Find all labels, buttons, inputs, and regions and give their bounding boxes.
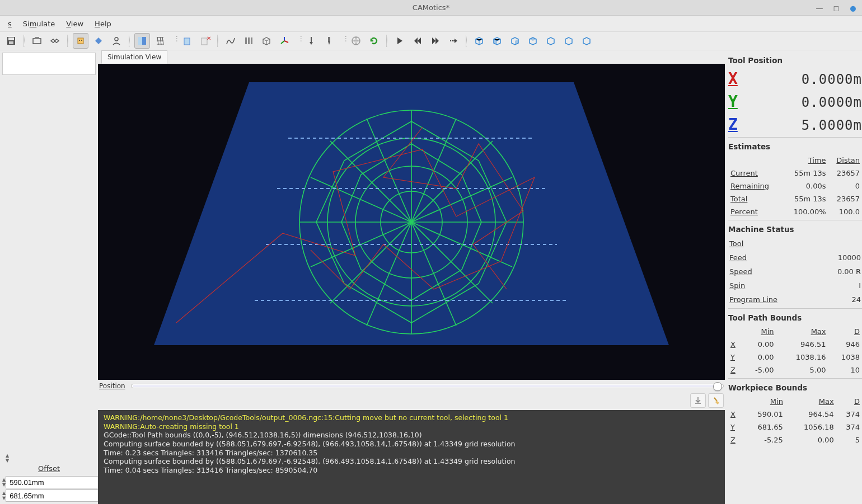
download-icon[interactable] xyxy=(690,393,706,408)
offset-header: Offset xyxy=(2,463,96,474)
console-line: WARNING:/home/none3/Desktop/GcodeTools/o… xyxy=(104,413,719,422)
console-line: Computing surface bounded by ((588.051,6… xyxy=(104,457,719,466)
menu-item-help[interactable]: Help xyxy=(89,17,117,30)
globe-icon[interactable] xyxy=(348,33,364,49)
user-icon[interactable] xyxy=(109,33,124,49)
svg-rect-3 xyxy=(33,39,41,44)
tool-pin-icon[interactable] xyxy=(303,33,319,49)
save-icon[interactable] xyxy=(3,33,19,49)
tool-path-bounds-title: Tool Path Bounds xyxy=(728,310,862,324)
view-top-icon[interactable] xyxy=(561,33,577,49)
workpiece-bounds-title: Workpiece Bounds xyxy=(728,380,862,394)
3d-viewport[interactable] xyxy=(98,64,725,380)
workpiece-bounds-table: MinMaxD X590.01964.54374 Y681.651056.183… xyxy=(728,394,862,447)
view-front-icon[interactable] xyxy=(489,33,505,49)
svg-point-6 xyxy=(79,40,80,41)
svg-line-24 xyxy=(284,41,288,43)
delete-icon[interactable]: ✕ xyxy=(197,33,213,49)
broom-icon[interactable] xyxy=(708,393,724,408)
toolpath-icon[interactable] xyxy=(223,33,238,49)
view-right-icon[interactable] xyxy=(543,33,559,49)
svg-rect-26 xyxy=(328,37,330,41)
axis-y-label: Y xyxy=(728,92,738,111)
simulation-view-tab[interactable]: Simulation View xyxy=(101,50,167,64)
minimize-button[interactable]: — xyxy=(814,2,825,13)
position-slider[interactable] xyxy=(131,384,724,388)
close-button[interactable]: ● xyxy=(847,2,859,13)
surface-icon[interactable] xyxy=(134,33,150,49)
spindle-icon[interactable] xyxy=(321,33,337,49)
svg-line-48 xyxy=(714,398,717,401)
svg-rect-17 xyxy=(184,38,190,45)
workpiece-icon[interactable] xyxy=(179,33,195,49)
menu-item-simulate[interactable]: Simulate xyxy=(17,17,60,30)
forward-icon[interactable] xyxy=(428,33,443,49)
console-line: GCode::Tool Path bounds ((0,0,-5), (946.… xyxy=(104,431,719,440)
console-line: Time: 0.04 secs Triangles: 313416 Triang… xyxy=(104,466,719,475)
axis-x-value: 0.0000m xyxy=(802,72,862,87)
view-iso-icon[interactable] xyxy=(471,33,487,49)
stepper-down[interactable]: ▼ xyxy=(6,458,9,463)
menu-bar: s Simulate View Help xyxy=(0,16,862,31)
console-line: WARNING:Auto-creating missing tool 1 xyxy=(104,422,719,431)
view-back-icon[interactable] xyxy=(507,33,523,49)
play-icon[interactable] xyxy=(392,33,407,49)
right-panel: Tool Position X0.0000m Y0.0000m Z5.0000m… xyxy=(725,50,862,504)
console-line: Computing surface bounded by ((588.051,6… xyxy=(104,440,719,449)
svg-rect-21 xyxy=(248,37,250,44)
console-line: Time: 0.23 secs Triangles: 313416 Triang… xyxy=(104,449,719,458)
menu-item-0[interactable]: s xyxy=(2,17,17,30)
axis-z-value: 5.0000m xyxy=(802,117,862,133)
rewind-icon[interactable] xyxy=(410,33,425,49)
svg-rect-20 xyxy=(245,37,247,44)
handshake-icon[interactable] xyxy=(47,33,63,49)
refresh-icon[interactable] xyxy=(366,33,382,49)
estimates-table: TimeDistan Current55m 13s23657 Remaining… xyxy=(728,153,862,219)
toolbar: ⋮ ✕ ⋮ ⋮ xyxy=(0,31,862,50)
menu-item-view[interactable]: View xyxy=(60,17,89,30)
title-bar: CAMotics* — ◻ ● xyxy=(0,0,862,16)
console[interactable]: WARNING:/home/none3/Desktop/GcodeTools/o… xyxy=(98,410,725,504)
position-label: Position xyxy=(99,382,128,390)
left-panel: ▲▼ Offset ▲▼ ▲▼ ▲▼ ▲▼ xyxy=(0,50,98,504)
center-panel: Simulation View xyxy=(98,50,725,504)
window-controls: — ◻ ● xyxy=(814,2,859,13)
axes-icon[interactable] xyxy=(277,33,292,49)
svg-rect-10 xyxy=(142,37,146,45)
axis-z-label: Z xyxy=(728,115,738,134)
skip-icon[interactable] xyxy=(446,33,461,49)
estimates-title: Estimates xyxy=(728,139,862,153)
left-list[interactable] xyxy=(2,53,96,75)
maximize-button[interactable]: ◻ xyxy=(831,2,842,13)
stepper-up[interactable]: ▲ xyxy=(6,453,9,458)
robot-icon[interactable] xyxy=(73,33,88,49)
machine-status-table: Tool Feed10000 Speed0.00 R SpinI Program… xyxy=(728,236,862,307)
window-title: CAMotics* xyxy=(413,3,449,12)
svg-rect-22 xyxy=(251,37,252,44)
diamond-down-icon[interactable] xyxy=(91,33,106,49)
svg-rect-2 xyxy=(9,41,13,44)
cube-icon[interactable] xyxy=(259,33,274,49)
svg-rect-5 xyxy=(78,38,83,44)
svg-rect-1 xyxy=(8,37,14,40)
bars-icon[interactable] xyxy=(241,33,256,49)
axis-y-value: 0.0000m xyxy=(802,95,862,110)
svg-point-7 xyxy=(81,40,82,41)
tool-path-bounds-table: MinMaxD X0.00946.51946 Y0.001038.161038 … xyxy=(728,324,862,377)
svg-rect-4 xyxy=(35,37,39,39)
svg-text:✕: ✕ xyxy=(207,35,210,41)
machine-icon[interactable] xyxy=(29,33,45,49)
axis-x-label: X xyxy=(728,69,738,88)
svg-point-8 xyxy=(115,37,118,41)
view-bottom-icon[interactable] xyxy=(579,33,594,49)
view-left-icon[interactable] xyxy=(525,33,541,49)
svg-line-25 xyxy=(281,41,284,44)
machine-status-title: Machine Status xyxy=(728,222,862,236)
tool-position-title: Tool Position xyxy=(728,53,862,67)
lattice-icon[interactable] xyxy=(152,33,168,49)
